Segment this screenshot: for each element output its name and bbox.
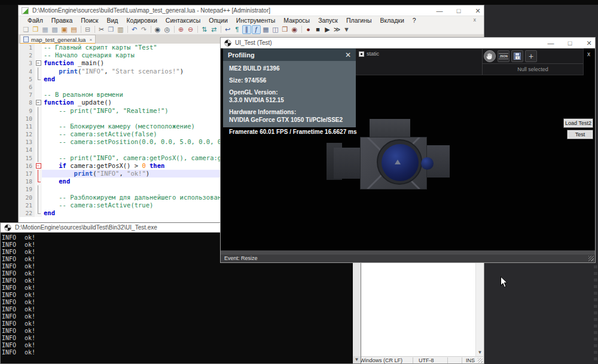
menu-item-запуск[interactable]: Запуск [314, 17, 342, 24]
notepad-titlebar[interactable]: D:\MotionEngine\sources\buildTest\Lua\ma… [19, 5, 484, 16]
scene-tree[interactable]: static [356, 49, 482, 75]
folder-workspace-icon[interactable]: ❒ [280, 25, 289, 34]
fold-margin [35, 123, 42, 130]
add-tool-icon[interactable]: + [525, 50, 537, 62]
macro-stop-icon[interactable]: ■ [313, 25, 322, 34]
fold-margin [35, 115, 42, 123]
undo-icon[interactable]: ↶ [130, 25, 139, 34]
line-number: 17 [19, 170, 35, 178]
menu-item-синтаксисы[interactable]: Синтаксисы [161, 17, 205, 24]
resize-grip[interactable] [588, 256, 594, 261]
macro-run-multi-icon[interactable]: ≫ [332, 25, 341, 34]
fold-margin[interactable]: − [35, 59, 42, 67]
sync-scroll-v-icon[interactable]: ⇅ [200, 25, 209, 34]
save-all-icon[interactable]: ▩ [50, 25, 59, 34]
zoom-in-icon[interactable]: ⊕ [176, 25, 185, 34]
fold-margin[interactable]: − [35, 99, 42, 106]
tree-node-static[interactable]: static [367, 51, 379, 57]
menu-item-вкладки[interactable]: Вкладки [376, 17, 408, 24]
json-tool-icon[interactable]: JSON [498, 50, 509, 62]
screen-edge-marks [594, 265, 597, 361]
paste-icon[interactable]: ▥ [116, 25, 125, 34]
menu-item-правка[interactable]: Правка [47, 17, 77, 24]
hand-tool-icon[interactable] [484, 50, 496, 62]
line-number: 10 [19, 115, 35, 123]
scroll-down-icon[interactable]: ▼ [476, 348, 484, 356]
minimize-button[interactable]: — [547, 38, 554, 48]
test-button[interactable]: Test [568, 130, 593, 139]
tab-close-icon[interactable]: × [89, 37, 92, 42]
menu-item-опции[interactable]: Опции [205, 17, 232, 24]
copy-icon[interactable]: ❐ [106, 25, 115, 34]
redo-icon[interactable]: ↷ [139, 25, 148, 34]
panel-close-icon[interactable]: x [587, 51, 590, 57]
zoom-out-icon[interactable]: ⊖ [186, 25, 195, 34]
render-viewport[interactable]: static JSON + Null selected x [221, 48, 595, 250]
function-list-icon[interactable]: ƒ [252, 25, 261, 34]
open-folder-icon[interactable]: ❒ [31, 25, 40, 34]
profiling-header[interactable]: Profiling ✕ [223, 48, 356, 61]
mouse-cursor [500, 276, 508, 288]
line-number: 20 [19, 194, 35, 201]
uitest-window: UI_Test (Test) — □ ✕ static [220, 37, 596, 263]
print-icon[interactable]: ⊟ [83, 25, 92, 34]
profiling-stat: ME2 BUILD #1396 [229, 65, 350, 72]
monitor-icon[interactable]: ◉ [290, 25, 299, 34]
line-number: 19 [19, 185, 35, 193]
close-button[interactable]: ✕ [585, 38, 593, 48]
doc-list-icon[interactable]: ◫ [271, 25, 280, 34]
menu-item-плагины[interactable]: Плагины [342, 17, 376, 24]
close-button[interactable]: ✕ [474, 5, 481, 16]
resize-grip[interactable] [478, 358, 483, 363]
console-line: INFOok! [1, 285, 353, 292]
close-doc-icon[interactable]: ▣ [60, 25, 69, 34]
menu-item-вид[interactable]: Вид [102, 17, 122, 24]
menu-item-макросы[interactable]: Макросы [279, 17, 314, 24]
line-number: 12 [19, 130, 35, 138]
console-line: INFOok! [1, 313, 353, 320]
macro-save-icon[interactable]: ▼ [342, 25, 351, 34]
tab-label: map_test_general.lua [31, 36, 86, 43]
profiling-close-icon[interactable]: ✕ [345, 51, 351, 59]
line-number: 9 [19, 107, 35, 115]
fold-margin [35, 68, 42, 75]
engine-logo-icon [224, 39, 231, 47]
menu-item-кодировки[interactable]: Кодировки [122, 17, 161, 24]
line-number: 5 [19, 75, 35, 83]
macro-record-icon[interactable]: ● [304, 25, 313, 34]
cut-icon[interactable]: ✂ [97, 25, 106, 34]
fold-margin[interactable]: − [35, 162, 42, 170]
engine-logo-icon [4, 224, 11, 231]
desktop-left-strip [0, 5, 18, 222]
macro-play-icon[interactable]: ▶ [323, 25, 332, 34]
indent-guide-icon[interactable]: ∥ [242, 25, 251, 34]
load-test2-button[interactable]: Load Test2 [564, 119, 593, 127]
menu-item-инструменты[interactable]: Инструменты [232, 17, 279, 24]
replace-icon[interactable]: ◎ [163, 25, 172, 34]
inspector-toolbar: JSON + [483, 49, 583, 63]
menu-item-поиск[interactable]: Поиск [77, 17, 102, 24]
profiling-stat: 3.3.0 NVIDIA 512.15 [229, 96, 350, 104]
console-line: INFOok! [1, 328, 353, 335]
uitest-titlebar[interactable]: UI_Test (Test) — □ ✕ [221, 38, 595, 48]
sync-scroll-h-icon[interactable]: ⇄ [209, 25, 218, 34]
line-number: 3 [19, 59, 35, 67]
show-all-chars-icon[interactable]: ¶ [233, 25, 242, 34]
save-icon[interactable]: ▦ [41, 25, 50, 34]
word-wrap-icon[interactable]: ↩ [223, 25, 232, 34]
find-icon[interactable]: ◉ [153, 25, 162, 34]
maximize-button[interactable]: □ [455, 5, 462, 16]
menu-item-файл[interactable]: Файл [23, 17, 47, 24]
doc-map-icon[interactable]: ▦ [261, 25, 270, 34]
maximize-button[interactable]: □ [566, 38, 573, 48]
minimize-button[interactable]: — [436, 5, 443, 16]
profiling-panel: Profiling ✕ ME2 BUILD #1396Size: 974/556… [223, 48, 356, 127]
menubar-close-icon[interactable]: x [469, 17, 481, 23]
save-tool-icon[interactable] [511, 50, 523, 62]
console-scroll-down-icon[interactable]: ▼ [353, 356, 361, 363]
tab-map-test-general[interactable]: map_test_general.lua × [20, 35, 96, 44]
close-all-docs-icon[interactable]: ▤ [69, 25, 78, 34]
menu-item-?[interactable]: ? [408, 17, 420, 24]
tree-node-icon[interactable] [359, 51, 364, 57]
new-file-icon[interactable]: ❑ [22, 25, 30, 34]
